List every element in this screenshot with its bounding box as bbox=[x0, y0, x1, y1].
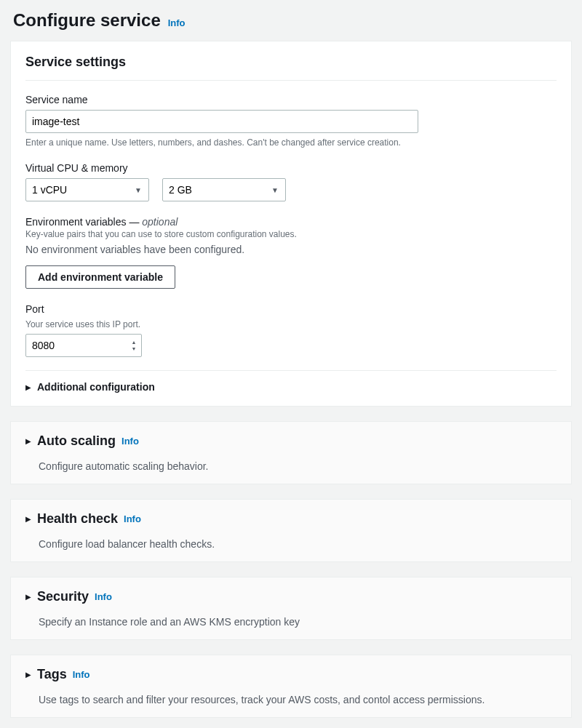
health-check-toggle[interactable]: ▶ Health check Info bbox=[11, 500, 571, 538]
page-title: Configure service bbox=[13, 10, 161, 31]
health-check-desc: Configure load balancer health checks. bbox=[11, 538, 571, 561]
vcpu-select-wrap: 1 vCPU bbox=[25, 178, 149, 201]
security-title: Security bbox=[37, 589, 89, 604]
page-info-link[interactable]: Info bbox=[168, 17, 186, 28]
additional-config-row: ▶ Additional configuration bbox=[25, 370, 557, 393]
additional-config-toggle[interactable]: ▶ Additional configuration bbox=[25, 381, 557, 393]
chevron-right-icon: ▶ bbox=[25, 437, 31, 445]
port-input[interactable] bbox=[25, 334, 142, 357]
env-vars-help: Key-value pairs that you can use to stor… bbox=[25, 229, 557, 239]
tags-info-link[interactable]: Info bbox=[73, 669, 90, 680]
service-name-help: Enter a unique name. Use letters, number… bbox=[25, 137, 557, 148]
field-port: Port Your service uses this IP port. ▲ ▼ bbox=[25, 303, 557, 357]
tags-title: Tags bbox=[37, 667, 67, 682]
tags-section: ▶ Tags Info Use tags to search and filte… bbox=[10, 655, 572, 718]
env-vars-heading: Environment variables — optional bbox=[25, 216, 557, 228]
health-check-title: Health check bbox=[37, 511, 118, 527]
service-settings-title: Service settings bbox=[25, 55, 557, 81]
vcpu-select[interactable]: 1 vCPU bbox=[25, 178, 149, 201]
security-toggle[interactable]: ▶ Security Info bbox=[11, 577, 571, 616]
port-input-wrap: ▲ ▼ bbox=[25, 334, 142, 357]
field-service-name: Service name Enter a unique name. Use le… bbox=[25, 94, 557, 148]
health-check-section: ▶ Health check Info Configure load balan… bbox=[10, 499, 572, 562]
auto-scaling-info-link[interactable]: Info bbox=[121, 436, 139, 447]
env-vars-optional: optional bbox=[142, 216, 178, 228]
chevron-right-icon: ▶ bbox=[25, 671, 31, 679]
auto-scaling-toggle[interactable]: ▶ Auto scaling Info bbox=[11, 422, 571, 460]
health-check-info-link[interactable]: Info bbox=[124, 513, 141, 524]
tags-toggle[interactable]: ▶ Tags Info bbox=[11, 655, 571, 694]
port-spinner: ▲ ▼ bbox=[129, 336, 139, 355]
env-vars-empty: No environment variables have been confi… bbox=[25, 244, 557, 255]
memory-select[interactable]: 2 GB bbox=[162, 178, 286, 201]
auto-scaling-title: Auto scaling bbox=[37, 433, 116, 449]
chevron-right-icon: ▶ bbox=[25, 383, 31, 391]
add-env-var-button[interactable]: Add environment variable bbox=[25, 265, 175, 289]
service-settings-panel: Service settings Service name Enter a un… bbox=[10, 41, 572, 407]
service-name-input[interactable] bbox=[25, 110, 418, 133]
security-info-link[interactable]: Info bbox=[95, 591, 112, 602]
port-step-down-icon[interactable]: ▼ bbox=[129, 345, 139, 352]
auto-scaling-section: ▶ Auto scaling Info Configure automatic … bbox=[10, 421, 572, 484]
service-name-label: Service name bbox=[25, 94, 557, 105]
port-step-up-icon[interactable]: ▲ bbox=[129, 339, 139, 345]
security-section: ▶ Security Info Specify an Instance role… bbox=[10, 577, 572, 640]
chevron-right-icon: ▶ bbox=[25, 593, 31, 601]
auto-scaling-desc: Configure automatic scaling behavior. bbox=[11, 460, 571, 484]
memory-select-wrap: 2 GB bbox=[162, 178, 286, 201]
field-vcpu-memory: Virtual CPU & memory 1 vCPU 2 GB bbox=[25, 162, 557, 201]
tags-desc: Use tags to search and filter your resou… bbox=[11, 694, 571, 717]
port-label: Port bbox=[25, 303, 557, 315]
additional-config-label: Additional configuration bbox=[37, 381, 155, 393]
chevron-right-icon: ▶ bbox=[25, 515, 31, 523]
field-env-vars: Environment variables — optional Key-val… bbox=[25, 216, 557, 289]
port-help: Your service uses this IP port. bbox=[25, 319, 557, 329]
env-vars-heading-text: Environment variables — bbox=[25, 216, 142, 228]
security-desc: Specify an Instance role and an AWS KMS … bbox=[11, 616, 571, 639]
vcpu-memory-label: Virtual CPU & memory bbox=[25, 162, 557, 174]
page-header: Configure service Info bbox=[10, 10, 572, 41]
